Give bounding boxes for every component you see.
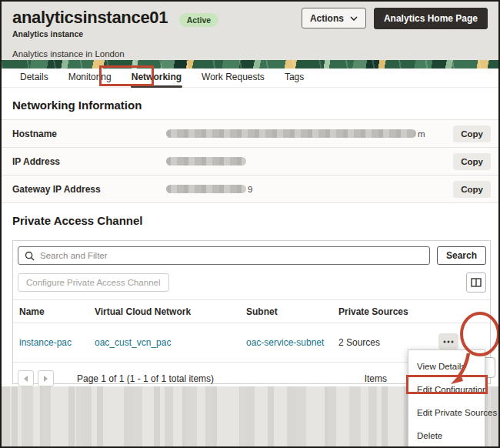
search-button[interactable]: Search	[437, 246, 486, 265]
menu-item-edit-private-sources[interactable]: Edit Private Sources	[408, 401, 485, 424]
menu-item-edit-configuration[interactable]: Edit Configuration	[408, 378, 485, 401]
col-header-name: Name	[13, 300, 95, 323]
redaction-smudge	[166, 129, 416, 138]
subnet-link[interactable]: oac-service-subnet	[246, 337, 324, 348]
row-actions-button[interactable]	[438, 333, 458, 349]
vcn-link[interactable]: oac_cust_vcn_pac	[95, 337, 171, 348]
chevron-down-icon	[350, 16, 358, 21]
tab-work-requests[interactable]: Work Requests	[194, 69, 272, 87]
ellipsis-icon	[448, 340, 450, 343]
gateway-ip-row: Gateway IP Address 9 Copy	[2, 176, 498, 203]
row-actions-menu: View Details Edit Configuration Edit Pri…	[408, 349, 485, 448]
tab-networking[interactable]: Networking	[124, 69, 189, 87]
copy-hostname-button[interactable]: Copy	[453, 125, 491, 142]
instance-description: Analytics instance in London	[12, 49, 488, 59]
col-header-private-sources: Private Sources	[338, 300, 438, 323]
page-title: analyticsinstance01	[12, 8, 168, 27]
networking-field-list: Hostname m Copy IP Address Copy Gateway …	[2, 119, 498, 203]
table-settings-button[interactable]	[466, 272, 486, 293]
pagination-summary: Page 1 of 1 (1 - 1 of 1 total items)	[77, 373, 214, 384]
chevron-right-icon	[44, 376, 48, 382]
analytics-home-page-button[interactable]: Analytics Home Page	[374, 8, 488, 29]
hostname-value-redacted: m	[166, 129, 425, 139]
networking-info-heading: Networking Information	[2, 88, 498, 119]
gateway-ip-value-redacted: 9	[166, 185, 252, 194]
ip-address-value-redacted	[166, 157, 248, 165]
menu-item-delete[interactable]: Delete	[408, 424, 485, 447]
redaction-smudge	[166, 157, 246, 165]
table-header-row: Name Virtual Cloud Network Subnet Privat…	[13, 300, 490, 323]
tab-bar: Details Monitoring Networking Work Reque…	[2, 69, 498, 88]
copy-gateway-ip-button[interactable]: Copy	[453, 181, 491, 198]
gateway-ip-label: Gateway IP Address	[12, 184, 166, 195]
page-header: analyticsinstance01 Active Analytics ins…	[2, 2, 498, 60]
search-input[interactable]	[40, 251, 423, 260]
magnifier-icon	[25, 251, 35, 261]
chevron-left-icon	[24, 376, 28, 382]
private-access-heading: Private Access Channel	[2, 203, 498, 235]
resource-type-label: Analytics instance	[12, 29, 218, 38]
redaction-smudge	[166, 185, 246, 193]
status-badge: Active	[179, 13, 219, 27]
tab-details[interactable]: Details	[12, 69, 56, 87]
col-header-subnet: Subnet	[246, 300, 338, 323]
hostname-label: Hostname	[12, 129, 166, 139]
menu-item-view-details[interactable]: View Details	[408, 355, 485, 378]
ip-address-label: IP Address	[12, 156, 166, 167]
col-header-vcn: Virtual Cloud Network	[95, 300, 246, 323]
tab-tags[interactable]: Tags	[277, 69, 312, 87]
actions-button[interactable]: Actions	[302, 8, 366, 28]
configure-private-access-button[interactable]: Configure Private Access Channel	[18, 273, 169, 292]
hostname-row: Hostname m Copy	[2, 120, 498, 148]
search-field-container	[18, 246, 430, 265]
columns-icon	[471, 278, 482, 287]
copy-ip-address-button[interactable]: Copy	[453, 153, 491, 170]
tab-monitoring[interactable]: Monitoring	[61, 69, 119, 87]
pac-name-link[interactable]: instance-pac	[19, 337, 72, 348]
actions-button-label: Actions	[310, 13, 344, 24]
previous-page-button[interactable]	[18, 370, 34, 386]
ip-address-row: IP Address Copy	[2, 148, 498, 176]
decorative-banner	[2, 60, 498, 69]
app-window: analyticsinstance01 Active Analytics ins…	[0, 0, 500, 448]
next-page-button[interactable]	[38, 370, 54, 386]
items-per-page-label: Items	[365, 373, 387, 384]
col-header-actions	[438, 300, 490, 323]
main-content: Networking Information Hostname m Copy I…	[2, 88, 498, 235]
private-sources-count: 2 Sources	[338, 337, 380, 348]
